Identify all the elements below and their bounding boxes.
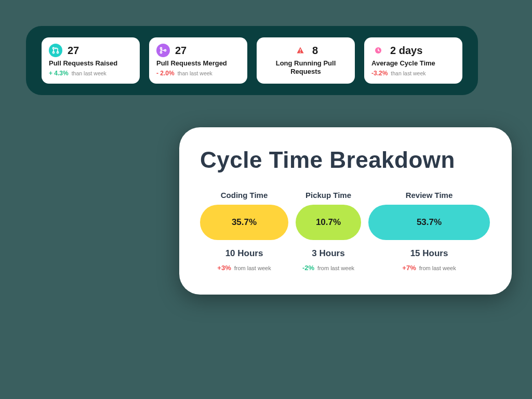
phase-delta-caption: from last week: [419, 265, 456, 271]
delta-caption: than last week: [391, 70, 425, 76]
phase-delta-value: +7%: [402, 264, 416, 272]
phase-label: Pickup Time: [305, 191, 351, 200]
phase-delta-caption: from last week: [317, 265, 354, 271]
phase-percent: 10.7%: [316, 217, 341, 228]
phase-column: Pickup Time10.7%3 Hours-2%from last week: [296, 191, 361, 272]
stat-card: 2 daysAverage Cycle Time-3.2%than last w…: [364, 37, 462, 84]
delta-caption: than last week: [72, 70, 107, 76]
pr-open-icon: [49, 44, 62, 57]
svg-point-3: [160, 47, 162, 49]
phase-column: Review Time53.7%15 Hours+7%from last wee…: [368, 191, 490, 272]
stat-value: 27: [175, 45, 187, 57]
phase-delta-value: +3%: [217, 264, 231, 272]
delta-value: -3.2%: [371, 70, 388, 77]
phase-pill: 35.7%: [200, 205, 288, 240]
breakdown-row: Coding Time35.7%10 Hours+3%from last wee…: [200, 191, 491, 272]
phase-pill: 53.7%: [368, 205, 490, 240]
delta-value: + 4.3%: [49, 70, 69, 77]
svg-point-1: [52, 51, 54, 53]
phase-delta: +7%from last week: [402, 264, 456, 272]
delta-caption: than last week: [178, 70, 212, 76]
stat-value: 2 days: [390, 45, 422, 57]
stat-card: 8Long Running Pull Requests: [257, 37, 355, 84]
stat-label: Average Cycle Time: [371, 59, 455, 68]
stat-card-top: 27: [156, 44, 240, 57]
stat-card: 27Pull Requests Raised+ 4.3%than last we…: [42, 37, 140, 84]
phase-percent: 53.7%: [417, 217, 442, 228]
stat-value: 8: [312, 45, 318, 57]
delta-value: - 2.0%: [156, 70, 175, 77]
stat-card-top: 27: [49, 44, 132, 57]
phase-delta-caption: from last week: [234, 265, 271, 271]
clock-icon: [371, 44, 385, 57]
phase-label: Coding Time: [221, 191, 268, 200]
alert-icon: [294, 44, 307, 57]
stat-card: 27Pull Requests Merged- 2.0%than last we…: [149, 37, 247, 84]
phase-delta: +3%from last week: [217, 264, 271, 272]
stat-card-top: 2 days: [371, 44, 455, 57]
stat-value: 27: [68, 45, 79, 57]
stat-label: Pull Requests Merged: [156, 59, 240, 68]
stat-bar: 27Pull Requests Raised+ 4.3%than last we…: [26, 26, 478, 95]
pr-merged-icon: [156, 44, 170, 57]
stat-delta: - 2.0%than last week: [156, 70, 240, 77]
svg-point-4: [160, 51, 162, 53]
phase-pill: 10.7%: [296, 205, 361, 240]
phase-delta-value: -2%: [302, 264, 314, 272]
phase-label: Review Time: [406, 191, 453, 200]
phase-hours: 3 Hours: [312, 248, 344, 259]
svg-point-5: [164, 49, 166, 51]
phase-percent: 35.7%: [232, 217, 257, 228]
svg-point-0: [52, 47, 54, 49]
svg-rect-6: [300, 49, 300, 51]
breakdown-title: Cycle Time Breakdown: [200, 147, 491, 173]
phase-column: Coding Time35.7%10 Hours+3%from last wee…: [200, 191, 288, 272]
stat-card-top: 8: [264, 44, 348, 57]
svg-point-7: [300, 52, 301, 53]
stat-delta: -3.2%than last week: [371, 70, 455, 77]
stat-label: Pull Requests Raised: [49, 59, 132, 68]
svg-point-2: [57, 51, 58, 53]
phase-hours: 10 Hours: [225, 248, 263, 259]
cycle-time-breakdown-panel: Cycle Time Breakdown Coding Time35.7%10 …: [179, 127, 512, 295]
stat-delta: + 4.3%than last week: [49, 70, 132, 77]
stat-label: Long Running Pull Requests: [264, 59, 348, 76]
phase-delta: -2%from last week: [302, 264, 354, 272]
phase-hours: 15 Hours: [410, 248, 448, 259]
